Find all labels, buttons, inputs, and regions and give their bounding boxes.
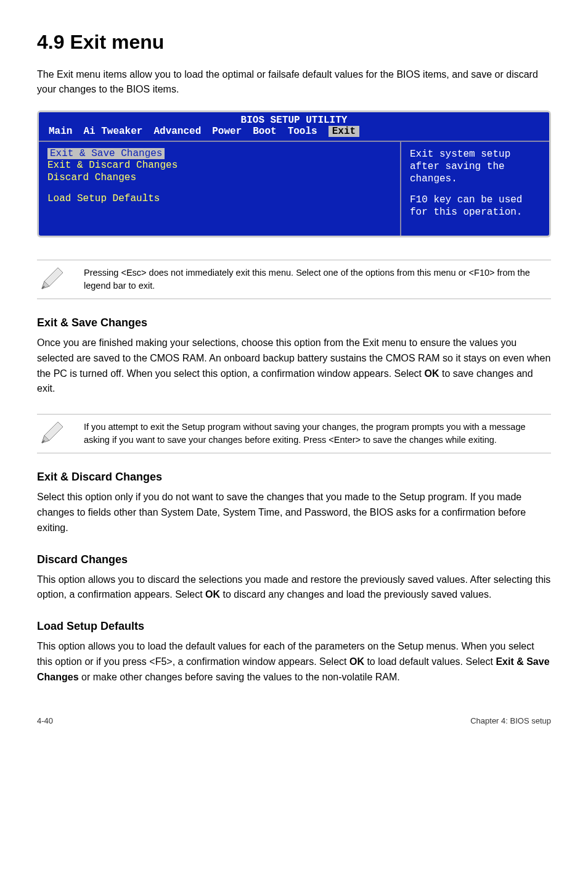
body-exit-discard: Select this option only if you do not wa… — [37, 490, 551, 535]
bios-menu-pane: Exit & Save Changes Exit & Discard Chang… — [39, 141, 401, 236]
bios-tab-boot: Boot — [253, 126, 276, 137]
heading-discard: Discard Changes — [37, 553, 551, 566]
svg-line-5 — [42, 440, 44, 443]
bios-help-line2: F10 key can be used for this operation. — [410, 194, 541, 218]
note-esc: Pressing <Esc> does not immediately exit… — [37, 260, 551, 299]
intro-text: The Exit menu items allow you to load th… — [37, 67, 551, 97]
bios-menu-exit-save: Exit & Save Changes — [47, 148, 165, 159]
bold-ok: OK — [205, 589, 220, 600]
pencil-icon — [37, 421, 67, 445]
svg-line-2 — [42, 286, 44, 289]
bios-menu-load-defaults: Load Setup Defaults — [47, 192, 391, 205]
bold-ok: OK — [349, 656, 364, 667]
bios-tab-advanced: Advanced — [153, 126, 201, 137]
chapter-label: Chapter 4: BIOS setup — [470, 716, 551, 725]
bios-help-pane: Exit system setup after saving the chang… — [401, 141, 549, 236]
text-span: or make other changes before saving the … — [79, 672, 400, 682]
page-number: 4-40 — [37, 716, 53, 725]
pencil-icon — [37, 266, 67, 291]
body-exit-save: Once you are finished making your select… — [37, 336, 551, 397]
bios-title: BIOS SETUP UTILITY — [39, 112, 549, 126]
body-discard: This option allows you to discard the se… — [37, 572, 551, 603]
text-span: to load default values. Select — [364, 656, 496, 667]
note-exit-without-save-text: If you attempt to exit the Setup program… — [84, 421, 551, 447]
bold-ok: OK — [424, 368, 439, 379]
text-span: to discard any changes and load the prev… — [220, 589, 491, 600]
bios-tab-tools: Tools — [288, 126, 317, 137]
heading-exit-save: Exit & Save Changes — [37, 316, 551, 329]
note-esc-text: Pressing <Esc> does not immediately exit… — [84, 266, 551, 292]
bios-menu-discard: Discard Changes — [47, 171, 391, 184]
bios-tab-exit: Exit — [329, 126, 359, 137]
bios-setup-box: BIOS SETUP UTILITY Main Ai Tweaker Advan… — [37, 110, 551, 237]
bios-tab-aitweaker: Ai Tweaker — [83, 126, 142, 137]
bios-menu-exit-discard: Exit & Discard Changes — [47, 159, 391, 171]
page-footer: 4-40 Chapter 4: BIOS setup — [37, 716, 551, 725]
heading-exit-discard: Exit & Discard Changes — [37, 471, 551, 484]
page-title: 4.9 Exit menu — [37, 31, 551, 54]
note-exit-without-save: If you attempt to exit the Setup program… — [37, 414, 551, 453]
bios-tab-main: Main — [49, 126, 72, 137]
heading-load-defaults: Load Setup Defaults — [37, 620, 551, 633]
bios-help-line1: Exit system setup after saving the chang… — [410, 148, 541, 185]
body-load-defaults: This option allows you to load the defau… — [37, 639, 551, 685]
bios-tab-power: Power — [212, 126, 242, 137]
bios-tab-bar: Main Ai Tweaker Advanced Power Boot Tool… — [39, 126, 549, 141]
